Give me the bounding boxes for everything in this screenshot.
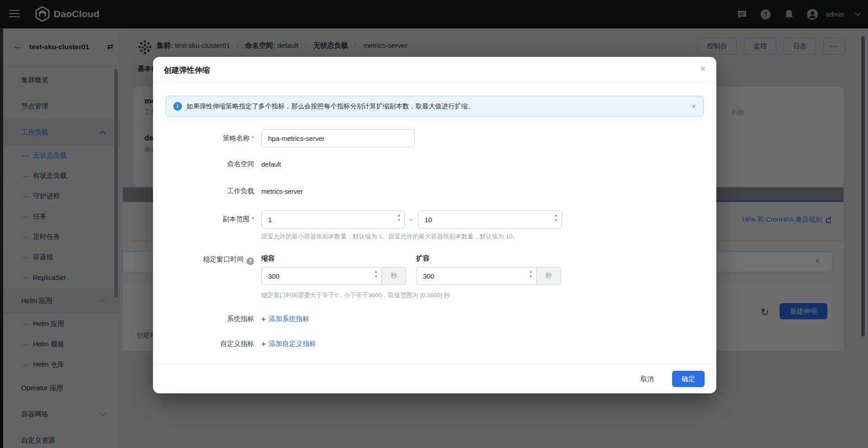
- namespace-value: default: [261, 161, 281, 168]
- system-metric-label: 系统指标: [166, 315, 254, 323]
- alert-close-icon[interactable]: ×: [692, 103, 696, 110]
- cancel-button[interactable]: 取消: [635, 371, 659, 387]
- modal-header: 创建弹性伸缩 ×: [153, 57, 716, 83]
- scale-in-seconds-input[interactable]: [261, 267, 382, 285]
- policy-name-input[interactable]: [261, 129, 415, 147]
- range-tilde: ~: [409, 216, 413, 224]
- scale-in-unit: 秒: [382, 267, 406, 285]
- custom-metric-label: 自定义指标: [166, 340, 254, 348]
- modal-footer: 取消 确定: [153, 364, 716, 393]
- namespace-label: 命名空间: [166, 160, 254, 168]
- plus-icon: +: [261, 315, 265, 323]
- info-icon: i: [173, 102, 182, 111]
- stable-window-helper: 稳定窗口时间需要大于等于0，小于等于3600，取值范围为 [0,3600] 秒: [261, 291, 561, 299]
- scale-in-stepper[interactable]: ▲▼: [374, 270, 378, 279]
- replica-max-input[interactable]: [418, 210, 562, 229]
- info-alert-text: 如果弹性伸缩策略指定了多个指标，那么会按照每个指标分别计算扩缩副本数，取最大值进…: [186, 102, 692, 111]
- replica-min-input[interactable]: [261, 210, 405, 229]
- policy-name-label: 策略名称*: [166, 134, 254, 143]
- confirm-button[interactable]: 确定: [672, 371, 705, 387]
- help-tooltip-icon[interactable]: ?: [246, 257, 254, 265]
- scale-out-unit: 秒: [537, 267, 561, 285]
- scale-out-label: 扩容: [416, 254, 561, 263]
- modal-title: 创建弹性伸缩: [164, 65, 210, 75]
- workload-label: 工作负载: [166, 187, 254, 196]
- replica-range-label: 副本范围*: [166, 215, 254, 224]
- workload-value: metrics-server: [261, 188, 303, 195]
- replica-max-stepper[interactable]: ▲▼: [554, 214, 558, 222]
- modal-close-icon[interactable]: ×: [700, 64, 706, 73]
- replica-min-stepper[interactable]: ▲▼: [397, 214, 401, 222]
- scale-out-seconds-input[interactable]: [416, 267, 537, 285]
- create-autoscaling-modal: 创建弹性伸缩 × i 如果弹性伸缩策略指定了多个指标，那么会按照每个指标分别计算…: [153, 57, 716, 393]
- add-system-metric-link[interactable]: + 添加系统指标: [261, 315, 309, 323]
- scale-in-label: 缩容: [261, 254, 406, 263]
- application-window: DaoCloud ? admin ← test-sku-cluster01 ⇄ …: [0, 0, 868, 448]
- replica-range-helper: 设置允许的最小容器组副本数量，默认值为 1。设置允许的最大容器组副本数量，默认值…: [261, 233, 562, 241]
- stable-window-label: 稳定窗口时间?: [166, 255, 254, 265]
- add-custom-metric-link[interactable]: + 添加自定义指标: [261, 340, 316, 348]
- plus-icon: +: [261, 340, 265, 348]
- scale-out-stepper[interactable]: ▲▼: [529, 270, 533, 279]
- info-alert: i 如果弹性伸缩策略指定了多个指标，那么会按照每个指标分别计算扩缩副本数，取最大…: [166, 96, 704, 117]
